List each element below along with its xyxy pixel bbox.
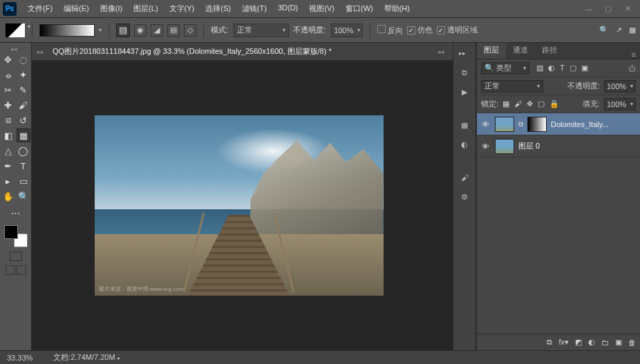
linear-gradient-button[interactable]: ▧ xyxy=(116,23,130,37)
actions-panel-icon[interactable]: ▶ xyxy=(458,86,471,98)
mask-thumbnail[interactable] xyxy=(527,117,547,132)
marquee-tool[interactable]: ◌ xyxy=(17,52,30,66)
lock-position-icon[interactable]: ✥ xyxy=(527,99,533,108)
layer-opacity-input[interactable]: 100%▾ xyxy=(604,80,636,93)
paths-tab[interactable]: 路径 xyxy=(535,41,564,59)
gradient-preview[interactable] xyxy=(39,24,95,37)
blend-mode-select[interactable]: 正常▾ xyxy=(234,23,289,37)
adjustment-layer-icon[interactable]: ◐ xyxy=(588,338,595,347)
menu-item[interactable]: 文字(Y) xyxy=(164,1,200,17)
eraser-tool[interactable]: ◧ xyxy=(1,128,15,142)
properties-panel-icon[interactable]: ▦ xyxy=(458,119,471,131)
pen-tool[interactable]: ✒ xyxy=(1,159,15,173)
new-group-icon[interactable]: 🗀 xyxy=(601,338,609,347)
filter-toggle[interactable]: ⏻ xyxy=(628,64,636,73)
shape-tool[interactable]: ▭ xyxy=(17,174,30,188)
collapse-toolbox-icon[interactable]: ◂◂ xyxy=(0,46,28,52)
diamond-gradient-button[interactable]: ◇ xyxy=(184,24,196,37)
brushsettings-panel-icon[interactable]: ⚙ xyxy=(458,191,471,203)
menu-item[interactable]: 帮助(H) xyxy=(379,1,415,17)
transparency-checkbox[interactable]: 透明区域 xyxy=(437,25,478,35)
lock-artboard-icon[interactable]: ▢ xyxy=(538,99,545,108)
layer-fill-input[interactable]: 100%▾ xyxy=(604,98,636,111)
lasso-tool[interactable]: ⴰ xyxy=(1,68,15,82)
menu-item[interactable]: 3D(D) xyxy=(272,1,303,17)
opacity-input[interactable]: 100%▾ xyxy=(331,23,363,37)
layer-thumbnail[interactable] xyxy=(495,117,514,132)
layer-thumbnail[interactable] xyxy=(495,139,514,154)
collapse-right-icon[interactable]: ◂◂ xyxy=(437,48,449,55)
brush-tool[interactable]: 🖌 xyxy=(17,98,30,112)
move-tool[interactable]: ✥ xyxy=(1,52,15,66)
hand-tool[interactable]: ✋ xyxy=(1,189,15,203)
channels-tab[interactable]: 通道 xyxy=(506,41,535,59)
dodge-tool[interactable]: ◯ xyxy=(17,144,30,157)
mask-link-icon[interactable]: ⧉ xyxy=(518,120,523,128)
minimize-button[interactable]: — xyxy=(579,3,599,15)
canvas-viewport[interactable]: 图片来源：视觉中国 www.vcg.com xyxy=(32,61,453,350)
layer-row[interactable]: 👁 图层 0 xyxy=(477,135,640,157)
workspace-icon[interactable]: ▦ xyxy=(629,26,636,35)
path-select-tool[interactable]: ▸ xyxy=(1,174,15,188)
crop-tool[interactable]: ✂ xyxy=(1,83,15,97)
new-layer-icon[interactable]: ▣ xyxy=(615,338,622,347)
layer-name[interactable]: Dolomites_Italy... xyxy=(551,120,637,128)
menu-item[interactable]: 图层(L) xyxy=(128,1,163,17)
layer-filter-select[interactable]: 🔍 类型▾ xyxy=(481,62,529,75)
stamp-tool[interactable]: ⧇ xyxy=(1,113,15,127)
zoom-tool[interactable]: 🔍 xyxy=(17,189,30,203)
tool-preset-picker[interactable]: ▾ xyxy=(6,23,25,37)
panel-menu-icon[interactable]: ≡ xyxy=(628,50,640,59)
quickmask-button[interactable] xyxy=(10,251,22,261)
angle-gradient-button[interactable]: ◢ xyxy=(151,24,163,37)
menu-item[interactable]: 视图(V) xyxy=(303,1,340,17)
add-mask-icon[interactable]: ◩ xyxy=(575,338,582,347)
blur-tool[interactable]: △ xyxy=(1,144,15,157)
lock-all-icon[interactable]: 🔒 xyxy=(549,99,559,108)
close-button[interactable]: ✕ xyxy=(618,3,637,15)
layer-blend-select[interactable]: 正常▾ xyxy=(481,80,543,93)
menu-item[interactable]: 窗口(W) xyxy=(340,1,379,17)
menu-item[interactable]: 滤镜(T) xyxy=(236,1,272,17)
reverse-checkbox[interactable]: 反向 xyxy=(377,25,403,36)
color-swatches[interactable] xyxy=(4,225,28,247)
quick-select-tool[interactable]: ✦ xyxy=(17,68,30,82)
brush-panel-icon[interactable]: 🖌 xyxy=(458,171,471,184)
doc-size-display[interactable]: 文档:2.74M/7.20M ▸ xyxy=(53,352,120,363)
maximize-button[interactable]: ▢ xyxy=(599,3,618,15)
menu-item[interactable]: 文件(F) xyxy=(22,1,58,17)
collapse-left-icon[interactable]: ▸▸ xyxy=(37,48,48,55)
link-layers-icon[interactable]: ⧉ xyxy=(547,338,552,347)
menu-item[interactable]: 图像(I) xyxy=(95,1,128,17)
screenmode-alt-button[interactable] xyxy=(17,265,26,275)
zoom-display[interactable]: 33.33% xyxy=(7,354,32,362)
screenmode-button[interactable] xyxy=(6,265,15,275)
type-tool[interactable]: T xyxy=(17,159,30,173)
visibility-toggle[interactable]: 👁 xyxy=(480,142,491,151)
reflected-gradient-button[interactable]: ▤ xyxy=(167,24,180,37)
menu-item[interactable]: 编辑(E) xyxy=(58,1,95,17)
filter-adjust-icon[interactable]: ◐ xyxy=(548,64,555,73)
foreground-color[interactable] xyxy=(4,225,18,239)
menu-item[interactable]: 选择(S) xyxy=(200,1,236,17)
radial-gradient-button[interactable]: ◉ xyxy=(134,24,147,37)
edit-toolbar-button[interactable]: ⋯ xyxy=(9,206,23,220)
delete-layer-icon[interactable]: 🗑 xyxy=(628,338,636,347)
visibility-toggle[interactable]: 👁 xyxy=(480,120,491,128)
layer-name[interactable]: 图层 0 xyxy=(518,141,637,151)
history-brush-tool[interactable]: ↺ xyxy=(17,113,30,127)
lock-transparency-icon[interactable]: ▦ xyxy=(502,99,509,108)
healing-tool[interactable]: ✚ xyxy=(1,98,15,112)
document-tab[interactable]: QQ图片20180311184437.jpg @ 33.3% (Dolomite… xyxy=(53,46,332,57)
layer-row[interactable]: 👁 ⧉ Dolomites_Italy... xyxy=(477,113,640,135)
share-icon[interactable]: ↗ xyxy=(616,26,622,35)
adjustments-panel-icon[interactable]: ◐ xyxy=(458,138,471,151)
dither-checkbox[interactable]: 仿色 xyxy=(407,25,433,35)
expand-dock-icon[interactable]: ▸▸ xyxy=(456,47,469,59)
layers-tab[interactable]: 图层 xyxy=(477,41,506,59)
filter-type-icon[interactable]: T xyxy=(560,64,565,73)
search-icon[interactable]: 🔍 xyxy=(599,26,609,35)
eyedropper-tool[interactable]: ✎ xyxy=(17,83,30,97)
filter-pixel-icon[interactable]: ▧ xyxy=(536,64,543,73)
lock-pixels-icon[interactable]: 🖌 xyxy=(514,99,522,108)
